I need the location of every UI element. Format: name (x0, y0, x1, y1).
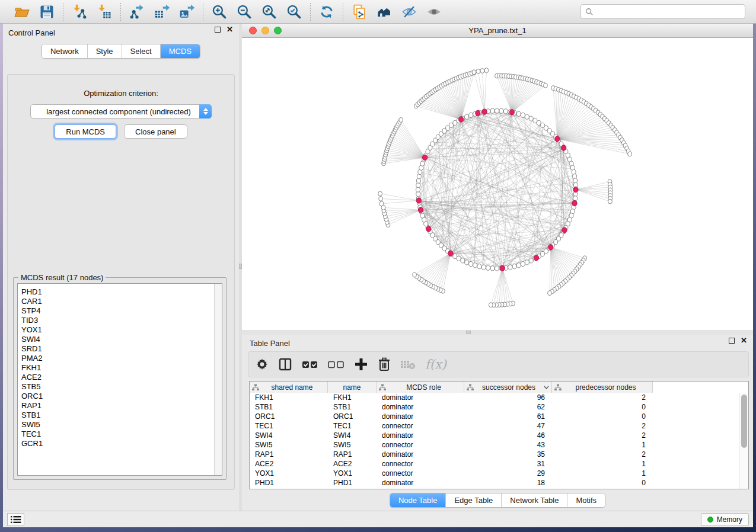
window-maximize-icon[interactable] (274, 27, 282, 34)
table-row[interactable]: SWI5SWI5connector431 (250, 440, 739, 450)
mcds-list-scrollbar[interactable] (214, 284, 222, 475)
tab-motifs[interactable]: Motifs (567, 493, 605, 507)
open-icon[interactable] (12, 2, 32, 21)
network-canvas[interactable] (242, 38, 753, 330)
mcds-result-item[interactable]: SRD1 (18, 344, 222, 354)
mcds-result-item[interactable]: STB1 (18, 411, 222, 420)
mcds-result-item[interactable]: ORC1 (18, 392, 222, 401)
cell-successor_nodes[interactable]: 18 (464, 479, 552, 487)
tab-network[interactable]: Network (42, 44, 88, 58)
table-row[interactable]: RAP1RAP1dominator352 (250, 450, 739, 459)
cell-predecessor_nodes[interactable]: 0 (552, 403, 653, 411)
cell-shared_name[interactable]: TEC1 (250, 422, 328, 430)
cell-shared_name[interactable]: RAP1 (250, 450, 328, 459)
cell-mcds_role[interactable]: connector (377, 460, 464, 468)
cell-predecessor_nodes[interactable]: 2 (552, 393, 653, 402)
tab-mcds[interactable]: MCDS (161, 44, 200, 58)
deselect-all-icon[interactable] (328, 358, 344, 371)
add-column-icon[interactable] (354, 357, 368, 371)
cell-name[interactable]: SWI5 (328, 441, 377, 449)
table-row[interactable]: ACE2ACE2connector311 (250, 459, 739, 469)
cell-predecessor_nodes[interactable]: 2 (552, 422, 653, 430)
cell-name[interactable]: PHD1 (328, 479, 377, 487)
window-close-icon[interactable] (249, 27, 257, 34)
mcds-result-item[interactable]: ACE2 (18, 373, 222, 382)
cell-name[interactable]: ACE2 (328, 460, 377, 468)
mcds-result-item[interactable]: SWI5 (18, 420, 222, 430)
export-image-icon[interactable] (177, 2, 197, 21)
refresh-icon[interactable] (317, 2, 337, 21)
select-all-icon[interactable] (302, 358, 318, 371)
mcds-result-item[interactable]: TID3 (18, 316, 222, 325)
cell-successor_nodes[interactable]: 29 (464, 469, 552, 477)
column-header-shared-name[interactable]: shared name (250, 382, 328, 393)
cell-mcds_role[interactable]: dominator (377, 450, 464, 459)
zoom-fit-icon[interactable] (259, 2, 279, 21)
task-history-button[interactable] (7, 513, 24, 526)
table-row[interactable]: STB1STB1dominator620 (250, 402, 739, 412)
cell-predecessor_nodes[interactable]: 1 (552, 460, 653, 468)
cell-mcds_role[interactable]: dominator (377, 431, 464, 440)
column-header-name[interactable]: name (328, 382, 377, 393)
mcds-result-item[interactable]: CAR1 (18, 297, 222, 306)
cell-mcds_role[interactable]: dominator (377, 479, 464, 487)
cell-successor_nodes[interactable]: 62 (464, 403, 552, 411)
cell-mcds_role[interactable]: connector (377, 422, 464, 430)
export-table-icon[interactable] (152, 2, 172, 21)
zoom-in-icon[interactable] (209, 2, 229, 21)
cell-shared_name[interactable]: SWI4 (250, 431, 328, 440)
tab-edge-table[interactable]: Edge Table (446, 493, 502, 507)
tab-style[interactable]: Style (88, 44, 122, 58)
cell-name[interactable]: RAP1 (328, 450, 377, 459)
cell-shared_name[interactable]: PHD1 (250, 479, 328, 487)
cell-successor_nodes[interactable]: 35 (464, 450, 552, 459)
cell-shared_name[interactable]: STB1 (250, 403, 328, 411)
mcds-result-item[interactable]: RAP1 (18, 401, 222, 411)
first-neighbors-icon[interactable] (374, 2, 394, 21)
import-table-icon[interactable] (94, 2, 114, 21)
table-row[interactable]: ORC1ORC1dominator610 (250, 412, 739, 421)
cell-name[interactable]: YOX1 (328, 469, 377, 477)
import-network-icon[interactable] (69, 2, 90, 21)
show-columns-icon[interactable] (278, 358, 292, 371)
export-network-icon[interactable] (127, 2, 147, 21)
cell-predecessor_nodes[interactable]: 1 (552, 469, 653, 477)
node-table[interactable]: shared namenameMCDS rolesuccessor nodesp… (249, 381, 749, 489)
zoom-selected-icon[interactable] (284, 2, 304, 21)
search-box[interactable] (580, 4, 745, 19)
column-header-MCDS-role[interactable]: MCDS role (377, 382, 464, 393)
cell-name[interactable]: SWI4 (328, 431, 377, 440)
table-row[interactable]: FKH1FKH1dominator962 (250, 393, 739, 402)
splitter-handle[interactable] (466, 331, 471, 334)
cell-predecessor_nodes[interactable]: 0 (552, 479, 653, 487)
mcds-result-item[interactable]: GCR1 (18, 439, 222, 448)
cell-shared_name[interactable]: FKH1 (250, 393, 328, 402)
delete-column-icon[interactable] (378, 357, 391, 371)
cell-successor_nodes[interactable]: 31 (464, 460, 552, 468)
zoom-out-icon[interactable] (234, 2, 254, 21)
close-panel-icon[interactable]: ✕ (741, 338, 747, 344)
mcds-result-item[interactable]: STB5 (18, 382, 222, 392)
cell-mcds_role[interactable]: dominator (377, 393, 464, 402)
tab-node-table[interactable]: Node Table (390, 493, 446, 507)
cell-name[interactable]: TEC1 (328, 422, 377, 430)
cell-predecessor_nodes[interactable]: 1 (552, 441, 653, 449)
horizontal-splitter[interactable] (242, 330, 753, 335)
float-panel-icon[interactable] (215, 27, 221, 33)
mcds-result-item[interactable]: YOX1 (18, 325, 222, 335)
tab-select[interactable]: Select (122, 44, 161, 58)
table-scrollbar[interactable] (739, 393, 748, 489)
cell-shared_name[interactable]: ACE2 (250, 460, 328, 468)
cell-shared_name[interactable]: YOX1 (250, 469, 328, 477)
cell-name[interactable]: FKH1 (328, 393, 377, 402)
mcds-result-list[interactable]: PHD1CAR1STP4TID3YOX1SWI4SRD1PMA2FKH1ACE2… (17, 283, 222, 476)
cell-successor_nodes[interactable]: 96 (464, 393, 552, 402)
table-row[interactable]: SWI4SWI4dominator462 (250, 431, 739, 440)
mcds-result-item[interactable]: PMA2 (18, 354, 222, 363)
mcds-result-item[interactable]: SWI4 (18, 335, 222, 344)
table-row[interactable]: TEC1TEC1connector472 (250, 421, 739, 431)
table-row[interactable]: YOX1YOX1connector291 (250, 469, 739, 478)
show-all-icon[interactable] (424, 2, 444, 21)
mcds-result-item[interactable]: FKH1 (18, 363, 222, 373)
cell-name[interactable]: STB1 (328, 403, 377, 411)
